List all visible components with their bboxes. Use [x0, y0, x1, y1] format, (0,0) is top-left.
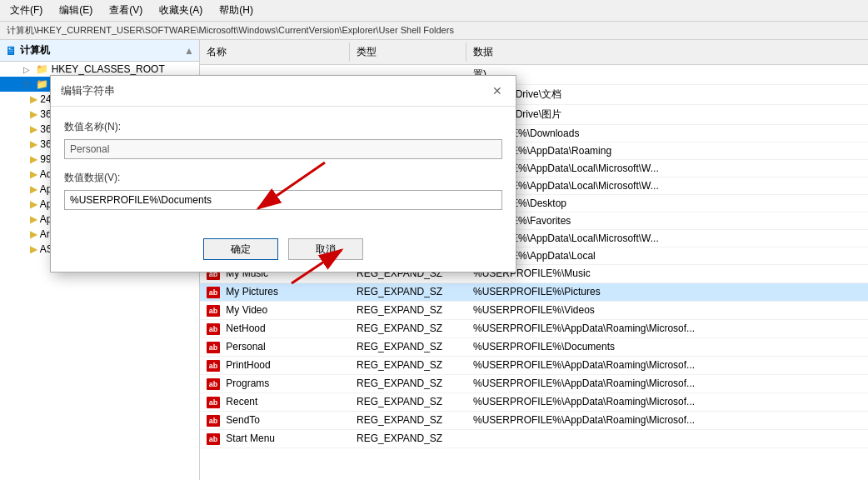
address-text: 计算机\HKEY_CURRENT_USER\SOFTWARE\Microsoft…: [7, 25, 454, 35]
expand-arrow: ▽: [23, 80, 30, 89]
addressbar: 计算机\HKEY_CURRENT_USER\SOFTWARE\Microsoft…: [0, 22, 868, 40]
col-type[interactable]: 类型: [350, 42, 466, 62]
menubar: 文件(F) 编辑(E) 查看(V) 收藏夹(A) 帮助(H): [0, 0, 868, 22]
folder-icon: ▶: [30, 183, 40, 195]
menu-help[interactable]: 帮助(H): [216, 2, 257, 18]
cell-data: %ROFILE%\AppData\Local\Microsoft\W...: [466, 160, 868, 177]
table-row-sendto[interactable]: ab SendTo REG_EXPAND_SZ %USERPROFILE%\Ap…: [200, 412, 868, 430]
cell-data: %ROFILE%\AppData\Roaming: [466, 142, 868, 159]
col-data[interactable]: 数据: [466, 42, 868, 62]
cell-data: %USERPROFILE%\AppData\Roaming\Microsof..…: [466, 320, 868, 338]
cell-data: %USERPROFILE%\AppData\Roaming\Microsof..…: [466, 412, 868, 429]
edit-string-dialog: 编辑字符串 ✕ 数值名称(N): 数值数据(V): 确定 取消: [50, 75, 516, 272]
cell-name: ab Personal: [200, 338, 350, 356]
reg-icon: ab: [207, 305, 220, 317]
table-row-startmenu[interactable]: ab Start Menu REG_EXPAND_SZ: [200, 430, 868, 448]
cell-type: REG_EXPAND_SZ: [350, 283, 466, 301]
folder-icon: ▶: [30, 243, 40, 255]
cell-type: REG_EXPAND_SZ: [350, 302, 466, 319]
folder-icon: 📁: [36, 63, 48, 75]
dialog-close-button[interactable]: ✕: [489, 82, 506, 99]
reg-icon: ab: [207, 342, 220, 353]
expand-arrow: ▷: [23, 65, 30, 74]
cell-data: %USERPROFILE%\Documents: [466, 338, 868, 356]
cell-data: 置): [466, 65, 868, 84]
cell-data: %ROFILE%\Desktop: [466, 195, 868, 212]
ok-button[interactable]: 确定: [203, 238, 278, 260]
sidebar-header-label: 计算机: [20, 43, 50, 58]
folder-icon: ▶: [30, 153, 40, 165]
col-name[interactable]: 名称: [200, 42, 350, 62]
dialog-body: 数值名称(N): 数值数据(V):: [51, 107, 516, 232]
folder-icon: ▶: [30, 198, 40, 210]
folder-icon: ▶: [30, 93, 40, 105]
cell-data: %ROFILE%\Downloads: [466, 125, 868, 142]
cell-data: %USERPROFILE%\Music: [466, 265, 868, 282]
cell-data: HJM\OneDrive\文档: [466, 85, 868, 104]
reg-icon: ab: [207, 433, 220, 445]
cell-data: %USERPROFILE%\AppData\Roaming\Microsof..…: [466, 357, 868, 374]
dialog-titlebar: 编辑字符串 ✕: [51, 76, 516, 107]
cell-data: HJM\OneDrive\图片: [466, 105, 868, 124]
sidebar-header: 🖥 计算机 ▲: [0, 40, 199, 62]
cell-data: %ROFILE%\AppData\Local\Microsoft\W...: [466, 230, 868, 247]
folder-icon: 📁: [36, 78, 48, 90]
reg-icon: ab: [207, 287, 220, 298]
table-row-printhood[interactable]: ab PrintHood REG_EXPAND_SZ %USERPROFILE%…: [200, 357, 868, 375]
cell-type: REG_EXPAND_SZ: [350, 430, 466, 448]
table-row-nethood[interactable]: ab NetHood REG_EXPAND_SZ %USERPROFILE%\A…: [200, 320, 868, 338]
cell-name: ab My Video: [200, 302, 350, 319]
cell-type: REG_EXPAND_SZ: [350, 320, 466, 338]
cell-data: %USERPROFILE%\Videos: [466, 302, 868, 319]
cell-type: REG_EXPAND_SZ: [350, 338, 466, 356]
folder-icon: ▶: [30, 213, 40, 225]
table-row-recent[interactable]: ab Recent REG_EXPAND_SZ %USERPROFILE%\Ap…: [200, 393, 868, 412]
reg-icon: ab: [207, 397, 220, 408]
cell-data: %USERPROFILE%\AppData\Roaming\Microsof..…: [466, 375, 868, 392]
cell-data: %ROFILE%\AppData\Local: [466, 248, 868, 264]
menu-view[interactable]: 查看(V): [106, 2, 146, 18]
folder-icon: ▶: [30, 123, 40, 135]
table-row-my-video[interactable]: ab My Video REG_EXPAND_SZ %USERPROFILE%\…: [200, 302, 868, 320]
cell-type: REG_EXPAND_SZ: [350, 375, 466, 392]
cell-type: REG_EXPAND_SZ: [350, 412, 466, 429]
name-label: 数值名称(N):: [64, 120, 502, 134]
computer-icon: 🖥: [5, 44, 17, 58]
cell-name: ab My Pictures: [200, 283, 350, 301]
cell-type: REG_EXPAND_SZ: [350, 357, 466, 374]
cancel-button[interactable]: 取消: [288, 238, 363, 260]
cell-data: [466, 430, 868, 448]
cell-data: %USERPROFILE%\AppData\Roaming\Microsof..…: [466, 393, 868, 411]
menu-favorites[interactable]: 收藏夹(A): [156, 2, 206, 18]
menu-file[interactable]: 文件(F): [7, 2, 46, 18]
reg-icon: ab: [207, 378, 220, 390]
name-input[interactable]: [64, 139, 502, 159]
cell-name: ab Start Menu: [200, 430, 350, 448]
cell-data: %ROFILE%\AppData\Local\Microsoft\W...: [466, 178, 868, 194]
cell-type: REG_EXPAND_SZ: [350, 393, 466, 411]
dialog-buttons: 确定 取消: [51, 232, 516, 272]
data-input[interactable]: [64, 190, 502, 210]
cell-name: ab PrintHood: [200, 357, 350, 374]
folder-icon: ▶: [30, 228, 40, 240]
table-row-my-pictures[interactable]: ab My Pictures REG_EXPAND_SZ %USERPROFIL…: [200, 283, 868, 302]
cell-data: %ROFILE%\Favorites: [466, 212, 868, 229]
table-row-personal[interactable]: ab Personal REG_EXPAND_SZ %USERPROFILE%\…: [200, 338, 868, 357]
cell-data: %USERPROFILE%\Pictures: [466, 283, 868, 301]
folder-icon: ▶: [30, 138, 40, 150]
table-row-programs[interactable]: ab Programs REG_EXPAND_SZ %USERPROFILE%\…: [200, 375, 868, 393]
cell-name: ab SendTo: [200, 412, 350, 429]
reg-icon: ab: [207, 360, 220, 372]
data-label: 数值数据(V):: [64, 171, 502, 185]
reg-icon: ab: [207, 415, 220, 427]
folder-icon: ▶: [30, 168, 40, 180]
cell-name: ab Recent: [200, 393, 350, 411]
reg-icon: ab: [207, 323, 220, 335]
cell-name: ab NetHood: [200, 320, 350, 338]
sort-icon: ▲: [184, 45, 194, 57]
folder-icon: ▶: [30, 108, 40, 120]
cell-name: ab Programs: [200, 375, 350, 392]
dialog-title: 编辑字符串: [61, 83, 115, 98]
table-header: 名称 类型 数据: [200, 40, 868, 65]
menu-edit[interactable]: 编辑(E): [56, 2, 96, 18]
